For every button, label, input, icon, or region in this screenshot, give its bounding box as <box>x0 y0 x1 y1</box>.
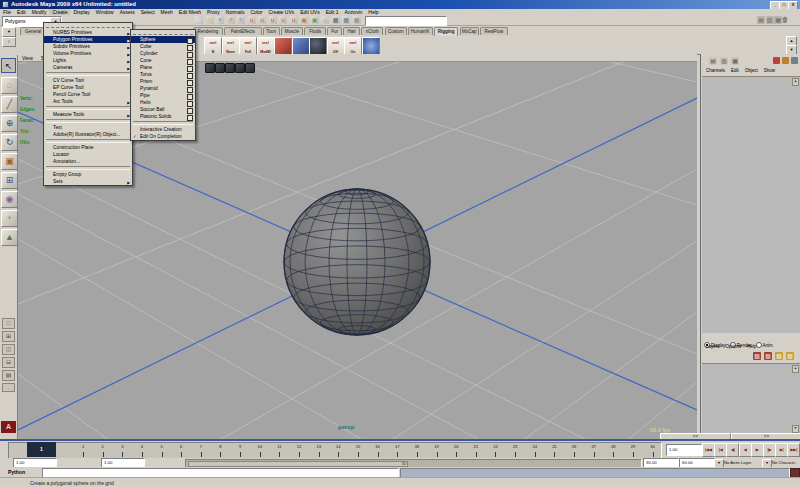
shelf-tab-humanik[interactable]: HumanIK <box>408 27 433 35</box>
snap-plane-icon[interactable]: ∪ <box>279 16 287 24</box>
menu-tearoff-handle[interactable] <box>46 24 130 28</box>
create-menu-item-volume-primitives[interactable]: Volume Primitives▶ <box>44 50 132 57</box>
last-tool[interactable]: ▲ <box>1 229 18 246</box>
speed-slow-icon[interactable] <box>773 57 780 64</box>
channel-box-scroll-up-icon[interactable]: ▲ <box>792 78 799 86</box>
shelf-tab-fluids[interactable]: Fluids <box>304 27 326 35</box>
shelf-button-wheel[interactable] <box>362 37 380 55</box>
create-menu-item-ep-curve-tool[interactable]: EP Curve Tool <box>44 84 132 91</box>
time-slider[interactable]: 1234567891011121314151617181920212223242… <box>0 441 800 458</box>
layout-more-button[interactable]: · <box>2 383 15 392</box>
layout-single-pane-button[interactable]: □ <box>2 318 15 329</box>
input-connections-icon[interactable]: ▣ <box>300 16 308 24</box>
trash-icon[interactable]: 🗑 <box>781 16 789 24</box>
create-menu-item-construction-plane[interactable]: Construction Plane <box>44 144 132 151</box>
paint-selection-tool[interactable]: ╱ <box>1 96 18 113</box>
step-back-frame-button[interactable]: |◀ <box>714 443 727 457</box>
shelf-button-mel-on[interactable]: melOn <box>344 37 362 55</box>
current-frame-marker[interactable]: 1 <box>27 442 56 457</box>
layer-scroll-up-icon[interactable]: ▲ <box>792 365 799 373</box>
shelf-tab-hair[interactable]: Hair <box>343 27 360 35</box>
shelf-button-mel-n[interactable]: melN <box>204 37 222 55</box>
channel-box-list[interactable]: ▲ <box>702 76 800 333</box>
shelf-tab-fur[interactable]: Fur <box>327 27 342 35</box>
play-backwards-button[interactable]: ◀ <box>739 443 752 457</box>
anzovin-plugin-button[interactable]: A <box>1 421 16 433</box>
create-menu-item-pencil-curve-tool[interactable]: Pencil Curve Tool <box>44 91 132 98</box>
shelf-tab-custom[interactable]: Custom <box>385 27 407 35</box>
time-slider-ticks[interactable]: 1234567891011121314151617181920212223242… <box>8 442 662 459</box>
universal-manipulator-tool[interactable]: ⊞ <box>1 172 18 189</box>
polygon-submenu-item-cone[interactable]: Cone <box>131 57 195 64</box>
snap-surface-icon[interactable]: ∪ <box>290 16 298 24</box>
create-menu-item-polygon-primitives[interactable]: Polygon Primitives▶ <box>44 36 132 43</box>
shelf-button-ik-handle[interactable] <box>292 37 310 55</box>
polygon-submenu-item-plane[interactable]: Plane <box>131 64 195 71</box>
create-menu-item-text[interactable]: Text <box>44 124 132 131</box>
channel-box-menu-edit[interactable]: Edit <box>728 67 742 75</box>
select-tool[interactable]: ↖ <box>1 58 16 73</box>
polygon-submenu-item-edit-on-completion[interactable]: ✓Edit On Completion <box>131 133 195 140</box>
scale-tool[interactable]: ▣ <box>1 153 18 170</box>
shelf-tab-painteffects[interactable]: PaintEffects <box>224 27 262 35</box>
shelf-tab-rendering[interactable]: Rendering <box>193 27 223 35</box>
layout-persp-graph-button[interactable]: ⊟ <box>2 357 15 368</box>
create-menu-item-locator[interactable]: Locator <box>44 151 132 158</box>
shelf-button-mel-medbl[interactable]: melMedBl <box>257 37 275 55</box>
layout-four-pane-button[interactable]: ⊞ <box>2 331 15 342</box>
grid-toggle-icon[interactable] <box>205 63 215 73</box>
shelf-tab-mocap[interactable]: MoCap <box>460 27 480 35</box>
option-box-icon[interactable] <box>187 115 193 121</box>
create-menu-item-cv-curve-tool[interactable]: CV Curve Tool <box>44 77 132 84</box>
construction-history-icon[interactable]: ⌂ <box>321 16 329 24</box>
layer-list[interactable]: ▲ ▼ <box>702 363 800 434</box>
quick-selection-input[interactable] <box>365 16 447 26</box>
channel-manip-mixed-icon[interactable]: ▥ <box>720 57 728 65</box>
show-manipulator-tool[interactable]: + <box>1 210 18 227</box>
go-to-end-button[interactable]: ▶▶| <box>787 443 800 457</box>
open-scene-icon[interactable]: ▦ <box>206 16 214 24</box>
anim-layer-label[interactable]: No Anim Layer <box>724 458 751 467</box>
shelf-button-dark-sphere[interactable] <box>309 37 327 55</box>
create-menu-item-empty-group[interactable]: Empty Group <box>44 171 132 178</box>
shelf-tab-muscle[interactable]: Muscle <box>281 27 303 35</box>
polygon-submenu-item-interactive-creation[interactable]: Interactive Creation <box>131 126 195 133</box>
polygon-submenu-item-soccer-ball[interactable]: Soccer Ball <box>131 106 195 113</box>
gate-mask-icon[interactable] <box>235 63 245 73</box>
output-connections-icon[interactable]: ▣ <box>311 16 319 24</box>
create-menu-item-arc-tools[interactable]: Arc Tools▶ <box>44 98 132 105</box>
shelf-tab-realflow[interactable]: RealFlow <box>480 27 507 35</box>
shelf-menu-button[interactable]: ▼ <box>2 27 16 37</box>
move-tool[interactable]: ⊕ <box>1 115 18 132</box>
layer-scroll-down-icon[interactable]: ▼ <box>792 425 799 433</box>
step-forward-key-button[interactable]: |▶ <box>763 443 776 457</box>
polygon-submenu-item-helix[interactable]: Helix <box>131 99 195 106</box>
auto-keyframe-icon[interactable]: o- <box>793 459 799 466</box>
create-menu-item-cameras[interactable]: Cameras▶ <box>44 64 132 71</box>
create-menu-item-sets[interactable]: Sets▶ <box>44 178 132 185</box>
create-menu-item-lights[interactable]: Lights▶ <box>44 57 132 64</box>
create-empty-layer-icon[interactable]: ▧ <box>753 352 761 360</box>
channel-box-menu-channels[interactable]: Channels <box>703 67 728 75</box>
toggle-panel-icon[interactable]: ▥ <box>766 16 774 24</box>
polygon-submenu-item-pipe[interactable]: Pipe <box>131 92 195 99</box>
polygon-submenu-item-cylinder[interactable]: Cylinder <box>131 50 195 57</box>
polygon-submenu-item-platonic-solids[interactable]: Platonic Solids <box>131 113 195 120</box>
create-menu-item-annotation[interactable]: Annotation... <box>44 158 132 165</box>
resolution-gate-icon[interactable] <box>225 63 235 73</box>
shelf-edit-button[interactable]: ≡ <box>2 37 16 47</box>
shelf-button-rig-tool[interactable] <box>274 37 292 55</box>
speed-medium-icon[interactable] <box>782 57 789 64</box>
channel-box-menu-object[interactable]: Object <box>742 67 761 75</box>
layer-move-icon[interactable]: ▧ <box>786 352 794 360</box>
field-chart-icon[interactable] <box>245 63 255 73</box>
film-gate-icon[interactable] <box>215 63 225 73</box>
polygon-submenu-item-cube[interactable]: Cube <box>131 43 195 50</box>
polygon-submenu-item-prism[interactable]: Prism <box>131 78 195 85</box>
new-scene-icon[interactable]: ▤ <box>195 16 203 24</box>
play-forwards-button[interactable]: ▶ <box>751 443 764 457</box>
step-back-key-button[interactable]: ◀| <box>726 443 739 457</box>
shelf-tab-toon[interactable]: Toon <box>263 27 280 35</box>
shelf-button-mel-none[interactable]: melNone <box>222 37 240 55</box>
create-menu-item-adobe-r-illustrator-r-object[interactable]: Adobe(R) Illustrator(R) Object... <box>44 131 132 138</box>
